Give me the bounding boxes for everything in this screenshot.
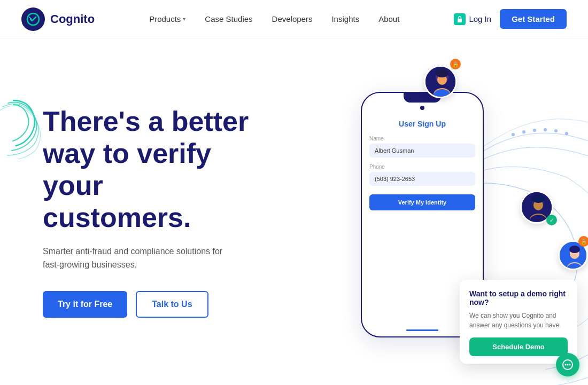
demo-popup-text: We can show you Cognito and answer any q… (469, 311, 568, 330)
demo-popup-title: Want to setup a demo right now? (469, 289, 568, 307)
try-free-button[interactable]: Try it for Free (43, 291, 127, 318)
nav-products[interactable]: Products ▾ (149, 14, 185, 23)
brand-name: Cognito (50, 12, 95, 26)
svg-point-3 (522, 130, 525, 133)
hero-left: There's a better way to verify your cust… (0, 106, 257, 317)
chevron-down-icon: ▾ (183, 16, 185, 22)
hero-subtitle: Smarter anti-fraud and compliance soluti… (43, 245, 225, 272)
svg-point-32 (569, 364, 571, 366)
phone-phone-value: (503) 923-2653 (369, 172, 475, 186)
talk-to-us-button[interactable]: Talk to Us (136, 291, 208, 318)
svg-rect-1 (458, 19, 462, 22)
nav-about[interactable]: About (378, 14, 399, 23)
lock-badge-1: 🔒 (450, 59, 461, 69)
check-badge-1: ✓ (546, 215, 557, 225)
svg-point-2 (512, 133, 515, 136)
lock-icon (454, 13, 466, 25)
verify-identity-button[interactable]: Verify My Identity (369, 194, 475, 210)
svg-point-6 (554, 129, 558, 132)
svg-point-31 (567, 364, 569, 366)
nav-actions: Log In Get Started (454, 9, 567, 29)
nav-links: Products ▾ Case Studies Developers Insig… (149, 14, 399, 23)
phone-phone-label: Phone (369, 164, 475, 170)
phone-name-label: Name (369, 136, 475, 142)
svg-point-15 (436, 69, 448, 77)
login-button[interactable]: Log In (454, 13, 491, 25)
phone-home-bar (406, 329, 438, 331)
get-started-button[interactable]: Get Started (500, 9, 567, 29)
svg-point-26 (569, 246, 580, 253)
navbar: Cognito Products ▾ Case Studies Develope… (0, 0, 588, 38)
svg-point-30 (565, 364, 567, 366)
svg-point-21 (532, 194, 545, 203)
avatar-1 (424, 65, 457, 98)
phone-camera (420, 106, 424, 110)
logo-icon (21, 7, 45, 31)
svg-point-5 (544, 128, 547, 131)
hero-right: User Sign Up Name Albert Gusman Phone (5… (257, 38, 588, 385)
hero-title: There's a better way to verify your cust… (43, 106, 257, 233)
nav-case-studies[interactable]: Case Studies (205, 14, 252, 23)
hero-buttons: Try it for Free Talk to Us (43, 291, 257, 318)
svg-point-4 (533, 129, 536, 132)
nav-developers[interactable]: Developers (272, 14, 313, 23)
svg-point-7 (565, 132, 568, 135)
phone-name-value: Albert Gusman (369, 144, 475, 158)
demo-popup: Want to setup a demo right now? We can s… (460, 280, 577, 364)
hero-section: There's a better way to verify your cust… (0, 38, 588, 385)
logo[interactable]: Cognito (21, 7, 95, 31)
lock-badge-2: 🔒 (578, 236, 588, 247)
phone-form-title: User Sign Up (369, 120, 475, 128)
fingerprint-decoration (0, 95, 43, 159)
schedule-demo-button[interactable]: Schedule Demo (469, 337, 568, 356)
nav-insights[interactable]: Insights (331, 14, 359, 23)
chat-bubble-button[interactable] (556, 353, 579, 376)
